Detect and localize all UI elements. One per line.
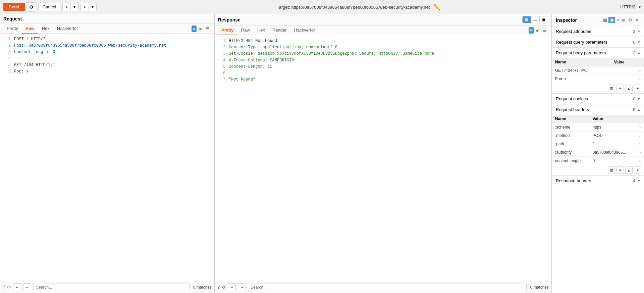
inspector-section-query-params-header[interactable]: Request query parameters 0 ▾ [552,37,644,47]
body-param-arrow-1[interactable]: › [636,66,644,75]
req-header-arrow-method[interactable]: › [636,132,644,140]
response-view-toggle-pretty[interactable]: ≡ [529,27,534,34]
inspector-section-request-headers-header[interactable]: Request headers 5 ▴ [552,104,644,115]
inspector-split-icon[interactable]: ⊕ [621,17,627,23]
response-search-input[interactable] [248,284,527,291]
req-header-row-path[interactable]: :path / › [552,140,644,148]
tab-response-hackvertor[interactable]: Hackvertor [291,26,319,35]
request-search-help-icon[interactable]: ? [3,285,5,290]
req-headers-col-action [636,115,644,123]
body-params-up-button[interactable]: ▴ [625,85,633,92]
req-header-name-authority: :authority [552,148,589,157]
body-param-arrow-2[interactable]: › [636,75,644,83]
edit-target-icon[interactable]: ✏️ [433,4,440,10]
response-view-pretty-icon[interactable]: ▦ [523,16,531,23]
req-header-name-path: :path [552,140,589,148]
response-line-1: 1 HTTP/2 404 Not Found [215,38,551,44]
body-params-row-2[interactable]: Foo: x › [552,75,644,83]
body-params-row-1[interactable]: GET /404 HTTP/... › [552,66,644,75]
inspector-section-query-params: Request query parameters 0 ▾ [552,37,644,48]
request-search-next-button[interactable]: → [23,283,31,291]
section-name-response-headers: Response headers [556,178,633,183]
body-params-down-button[interactable]: ▾ [616,85,624,92]
request-panel-header: Request [0,14,214,24]
response-search-gear-icon[interactable]: ⚙ [222,285,226,290]
req-header-row-content-length[interactable]: content-length 0 › [552,157,644,165]
tab-request-hackvertor[interactable]: Hackvertor [54,24,82,34]
request-headers-table: Name Value :scheme https › :method POST … [552,115,644,165]
response-view-toggle: ▦ — ▣ [522,16,548,23]
inspector-section-cookies: Request cookies 0 ▾ [552,94,644,104]
req-header-arrow-path[interactable]: › [636,140,644,148]
nav-back-dropdown-button[interactable]: ▾ [71,3,78,11]
tab-request-raw[interactable]: Raw [22,24,38,34]
req-headers-up-button[interactable]: ▴ [625,166,633,174]
response-search-help-icon[interactable]: ? [217,285,220,290]
request-line-3: 3 Content-Length: 0 [0,49,214,55]
response-search-prev-button[interactable]: ← [228,283,236,291]
req-headers-col-value: Value [589,115,636,123]
response-title: Response [218,17,240,22]
response-view-toggle-menu[interactable]: ☰ [541,27,548,34]
body-params-add-button[interactable]: + [634,85,641,92]
response-search-bar: ? ⚙ ← → 0 matches [215,281,551,293]
http-version-dropdown-icon[interactable]: ▾ [639,5,641,9]
inspector-gear-icon[interactable]: ⚙ [627,17,634,23]
tab-request-hex[interactable]: Hex [39,24,53,34]
request-code-area[interactable]: 1 POST / HTTP/2 2 Host: 0a57009f0439654a… [0,34,214,281]
section-name-query-params: Request query parameters [556,40,633,45]
request-search-prev-button[interactable]: ← [13,283,21,291]
inspector-section-response-headers-header[interactable]: Response headers 4 ▾ [552,176,644,186]
req-headers-delete-button[interactable]: 🗑 [608,166,615,174]
inspector-section-request-headers: Request headers 5 ▴ Name Value :scheme h… [552,104,644,176]
req-header-arrow-scheme[interactable]: › [636,123,644,132]
body-param-value-2 [610,75,636,83]
inspector-section-cookies-header[interactable]: Request cookies 0 ▾ [552,94,644,104]
tab-request-pretty[interactable]: Pretty [3,24,21,34]
tab-response-hex[interactable]: Hex [254,26,268,35]
send-button[interactable]: Send [3,3,25,11]
req-headers-add-button[interactable]: + [634,166,641,174]
nav-back-button[interactable]: < [63,3,71,11]
request-view-toggle-menu[interactable]: ☰ [204,26,211,32]
response-line-7: 7 "Not Found" [215,77,551,83]
inspector-align-icon[interactable]: ≡ [615,17,621,23]
response-search-next-button[interactable]: → [238,283,246,291]
tab-response-pretty[interactable]: Pretty [218,26,237,35]
inspector-view-btn-1[interactable]: ▦ [602,17,608,23]
req-header-row-scheme[interactable]: :scheme https › [552,123,644,132]
req-header-arrow-authority[interactable]: › [636,148,644,157]
request-view-toggle-n[interactable]: \n [197,26,204,32]
inspector-section-body-params-header[interactable]: Request body parameters 2 ▴ [552,48,644,58]
target-bar: Target: https://0a57009f0439654a808f7beb… [99,4,618,10]
inspector-section-request-attributes-header[interactable]: Request attributes 2 ▾ [552,26,644,37]
inspector-view-btn-2[interactable]: ▣ [608,17,615,23]
response-view-toggle-n[interactable]: \n [534,27,541,34]
request-search-input[interactable] [33,284,190,291]
req-headers-down-button[interactable]: ▾ [616,166,624,174]
request-search-gear-icon[interactable]: ⚙ [7,285,11,290]
req-header-arrow-content-length[interactable]: › [636,157,644,165]
body-params-actions: 🗑 ▾ ▴ + [552,83,644,93]
response-line-6: 6 [215,70,551,77]
nav-forward-dropdown-button[interactable]: ▾ [89,3,96,11]
cancel-button[interactable]: Cancel [38,3,60,11]
body-params-col-name: Name [552,58,610,66]
response-code-area[interactable]: 1 HTTP/2 404 Not Found 2 Content-Type: a… [215,35,551,281]
request-view-toggle-pretty[interactable]: ≡ [192,26,197,32]
body-params-delete-button[interactable]: 🗑 [608,85,615,92]
settings-gear-icon[interactable]: ⚙ [27,2,36,12]
tab-response-raw[interactable]: Raw [238,26,253,35]
target-url: Target: https://0a57009f0439654a808f7beb… [277,5,430,10]
req-header-row-method[interactable]: :method POST › [552,132,644,140]
inspector-close-icon[interactable]: ✕ [634,17,640,23]
tab-response-render[interactable]: Render [269,26,290,35]
section-count-request-attributes: 2 [633,29,635,34]
req-header-value-method: POST [589,132,636,140]
nav-forward-button[interactable]: > [81,3,89,11]
req-header-row-authority[interactable]: :authority 0a57009f043965... › [552,148,644,157]
response-view-raw-icon[interactable]: — [531,16,540,23]
response-view-hex-icon[interactable]: ▣ [540,16,548,23]
section-name-request-attributes: Request attributes [556,29,633,34]
section-name-body-params: Request body parameters [556,50,633,55]
